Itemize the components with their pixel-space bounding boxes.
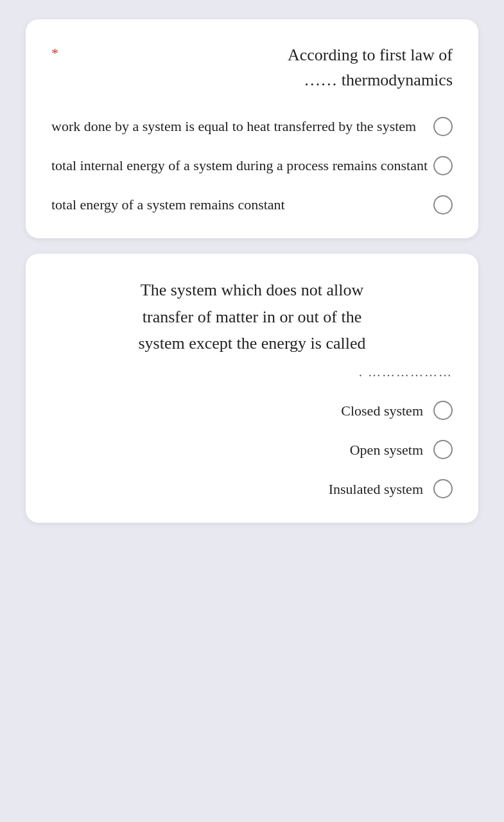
option-item-5: Open sysetm [51, 439, 453, 460]
radio-button-5[interactable] [433, 440, 453, 459]
radio-button-2[interactable] [433, 156, 453, 175]
question-header-2: The system which does not allow transfer… [51, 277, 453, 357]
option-item-2: total internal energy of a system during… [51, 155, 453, 176]
options-list-1: work done by a system is equal to heat t… [51, 116, 453, 215]
option-item-6: Insulated system [51, 478, 453, 500]
question-text-1: According to first law of …… thermodynam… [66, 42, 453, 92]
question-line2: …… thermodynamics [304, 71, 453, 89]
question-header-1: * According to first law of …… thermodyn… [51, 42, 453, 92]
radio-button-6[interactable] [433, 479, 453, 498]
option-label-4: Closed system [51, 400, 433, 421]
question-line1: According to first law of [288, 46, 453, 64]
option-item-3: total energy of a system remains constan… [51, 194, 453, 215]
question-line2-1: The system which does not allow [141, 281, 363, 299]
option-item-4: Closed system [51, 400, 453, 421]
required-asterisk: * [51, 45, 58, 62]
radio-button-4[interactable] [433, 401, 453, 420]
option-label-1: work done by a system is equal to heat t… [51, 116, 433, 137]
question-line2-2: transfer of matter in or out of the [143, 308, 362, 326]
question-card-2: The system which does not allow transfer… [26, 254, 478, 523]
question-card-1: * According to first law of …… thermodyn… [26, 19, 478, 238]
question-text-2: The system which does not allow transfer… [51, 277, 453, 357]
option-item-1: work done by a system is equal to heat t… [51, 116, 453, 137]
dots-decoration: . ……………… [51, 365, 453, 380]
option-label-5: Open sysetm [51, 439, 433, 460]
option-label-2: total internal energy of a system during… [51, 155, 433, 176]
radio-button-1[interactable] [433, 117, 453, 136]
options-list-2: Closed system Open sysetm Insulated syst… [51, 400, 453, 500]
option-label-3: total energy of a system remains constan… [51, 194, 433, 215]
radio-button-3[interactable] [433, 195, 453, 214]
option-label-6: Insulated system [51, 478, 433, 500]
question-line2-3: system except the energy is called [138, 334, 365, 353]
